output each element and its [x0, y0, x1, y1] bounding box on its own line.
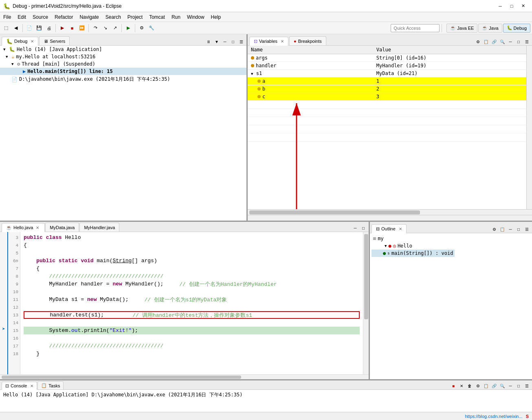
- menu-tomcat[interactable]: Tomcat: [146, 12, 168, 22]
- vars-menu[interactable]: ☰: [523, 38, 530, 45]
- console-tab-close[interactable]: ✕: [30, 384, 33, 388]
- perspective-java[interactable]: ☕ Java: [478, 24, 502, 33]
- s1-toggle[interactable]: ▼: [251, 72, 253, 76]
- tree-item-hello-app[interactable]: ▼ 🐛 Hello (14) [Java Application]: [0, 46, 246, 53]
- tb-btn-new[interactable]: 📄: [25, 24, 34, 33]
- vars-hscrollbar[interactable]: [248, 209, 532, 215]
- vars-action-1[interactable]: ⚙: [474, 38, 481, 45]
- tab-mydata-java[interactable]: MyData.java: [45, 223, 79, 232]
- menu-source[interactable]: Source: [29, 12, 51, 22]
- tb-btn-ext1[interactable]: ⚙: [137, 24, 146, 33]
- editor-maximize[interactable]: □: [360, 224, 367, 232]
- code-hscrollbar[interactable]: [0, 374, 369, 379]
- console-action-2[interactable]: 🗑: [466, 382, 473, 389]
- outline-hello-toggle[interactable]: ▼: [385, 244, 387, 248]
- console-maximize[interactable]: □: [515, 382, 522, 389]
- tb-btn-step-over[interactable]: ↷: [91, 24, 100, 33]
- close-button[interactable]: ✕: [517, 2, 529, 10]
- outline-action-1[interactable]: ⚙: [490, 225, 498, 233]
- tb-btn-ext2[interactable]: 🔧: [147, 24, 156, 33]
- outline-tab-close[interactable]: ✕: [399, 227, 402, 231]
- console-stop[interactable]: ■: [450, 382, 457, 389]
- outline-menu[interactable]: ☰: [523, 225, 530, 233]
- outline-item-main[interactable]: ● s main(String[]) : void: [372, 250, 455, 257]
- console-action-3[interactable]: ⚙: [474, 382, 481, 389]
- tab-outline[interactable]: ⊟ Outline ✕: [372, 224, 407, 233]
- vars-vscrollbar[interactable]: [526, 46, 532, 209]
- code-vscrollbar[interactable]: [363, 232, 369, 374]
- tab-breakpoints[interactable]: ● Breakpoints: [289, 36, 326, 45]
- vars-extra-scroll[interactable]: [248, 215, 532, 221]
- hello-java-close[interactable]: ✕: [35, 225, 40, 230]
- console-menu[interactable]: ☰: [523, 382, 530, 389]
- console-action-1[interactable]: ✕: [458, 382, 465, 389]
- tab-variables[interactable]: ⊡ Variables ✕: [249, 37, 288, 46]
- console-action-5[interactable]: 🔗: [490, 382, 498, 389]
- code-content[interactable]: public class Hello { public static void …: [20, 232, 363, 374]
- vars-row-b[interactable]: b 2: [248, 85, 526, 93]
- tab-debug[interactable]: 🐛 Debug ✕: [2, 37, 38, 46]
- vars-action-4[interactable]: 🔍: [499, 38, 506, 45]
- tb-btn-print[interactable]: 🖨: [44, 24, 53, 33]
- tab-hello-java[interactable]: ☕ Hello.java ✕: [2, 223, 45, 232]
- quick-access-input[interactable]: [391, 24, 440, 32]
- maximize-button[interactable]: □: [506, 2, 517, 10]
- vars-row-args[interactable]: args String[0] (id=16): [248, 54, 526, 62]
- tree-item-my-hello[interactable]: ▼ ☕ my.Hello at localhost:53216: [0, 53, 246, 60]
- outline-minimize[interactable]: ─: [507, 225, 514, 233]
- toggle-my-hello[interactable]: ▼: [6, 55, 10, 59]
- console-minimize[interactable]: ─: [507, 382, 514, 389]
- vars-row-c[interactable]: c 3: [248, 93, 526, 101]
- outline-maximize[interactable]: □: [515, 225, 522, 233]
- menu-file[interactable]: File: [0, 12, 14, 22]
- vars-row-a[interactable]: a 1: [248, 77, 526, 85]
- menu-project[interactable]: Project: [124, 12, 146, 22]
- minimize-button[interactable]: ─: [495, 2, 506, 10]
- tree-item-process[interactable]: 📄 D:\javahome\bin\javaw.exe (2021年1月16日 …: [0, 75, 246, 84]
- debug-tab-close[interactable]: ✕: [31, 39, 34, 44]
- menu-navigate[interactable]: Navigate: [76, 12, 102, 22]
- tree-item-thread-main[interactable]: ▼ ⚙ Thread [main] (Suspended): [0, 60, 246, 68]
- console-action-4[interactable]: 📋: [482, 382, 490, 389]
- vars-minimize[interactable]: ─: [507, 38, 514, 45]
- menu-refactor[interactable]: Refactor: [51, 12, 76, 22]
- outline-action-2[interactable]: 📋: [499, 225, 506, 233]
- tab-tasks[interactable]: 📋 Tasks: [37, 381, 64, 389]
- tb-btn-debug[interactable]: ▶: [58, 24, 67, 33]
- console-action-6[interactable]: 🔍: [499, 382, 506, 389]
- debug-action-1[interactable]: ⏸: [205, 38, 212, 45]
- debug-menu[interactable]: ☰: [237, 38, 245, 45]
- outline-item-my[interactable]: ⊞ my: [372, 235, 455, 242]
- menu-help[interactable]: Help: [208, 12, 224, 22]
- menu-run[interactable]: Run: [168, 12, 184, 22]
- tb-btn-2[interactable]: ◀: [11, 24, 20, 33]
- vars-tab-close[interactable]: ✕: [281, 39, 284, 44]
- toggle-thread-main[interactable]: ▼: [11, 62, 15, 66]
- tb-btn-save[interactable]: 💾: [35, 24, 44, 33]
- vars-action-3[interactable]: 🔗: [490, 38, 498, 45]
- tab-servers[interactable]: 🖥 Servers: [39, 36, 70, 45]
- tb-btn-run[interactable]: ▶: [124, 24, 133, 33]
- menu-edit[interactable]: Edit: [14, 12, 29, 22]
- vars-action-2[interactable]: 📋: [482, 38, 490, 45]
- tb-btn-step-out[interactable]: ↗: [110, 24, 119, 33]
- editor-minimize[interactable]: ─: [352, 224, 359, 232]
- tab-myhandler-java[interactable]: MyHandler.java: [79, 223, 119, 232]
- tb-btn-resume[interactable]: ⏩: [77, 24, 86, 33]
- tb-btn-1[interactable]: ⬚: [2, 24, 11, 33]
- outline-item-hello[interactable]: ▼ ● ◎ Hello: [372, 242, 455, 250]
- tree-item-stackframe[interactable]: ▶ Hello.main(String[]) line: 15: [0, 68, 246, 75]
- vars-row-s1[interactable]: ▼ s1 MyData (id=21): [248, 70, 526, 77]
- menu-window[interactable]: Window: [184, 12, 208, 22]
- toggle-hello-app[interactable]: ▼: [3, 47, 7, 51]
- debug-minimize[interactable]: ─: [221, 38, 229, 45]
- debug-action-2[interactable]: ▼: [213, 38, 220, 45]
- vars-row-handler[interactable]: handler MyHandler (id=19): [248, 62, 526, 70]
- tb-btn-stop[interactable]: ■: [68, 24, 77, 33]
- tab-console[interactable]: ⊡ Console ✕: [2, 382, 37, 390]
- perspective-debug[interactable]: 🐛 Debug: [503, 24, 530, 33]
- debug-maximize[interactable]: □: [229, 38, 237, 45]
- menu-search[interactable]: Search: [102, 12, 124, 22]
- perspective-javaee[interactable]: ☕ Java EE: [446, 24, 477, 33]
- tb-btn-step-into[interactable]: ↘: [101, 24, 110, 33]
